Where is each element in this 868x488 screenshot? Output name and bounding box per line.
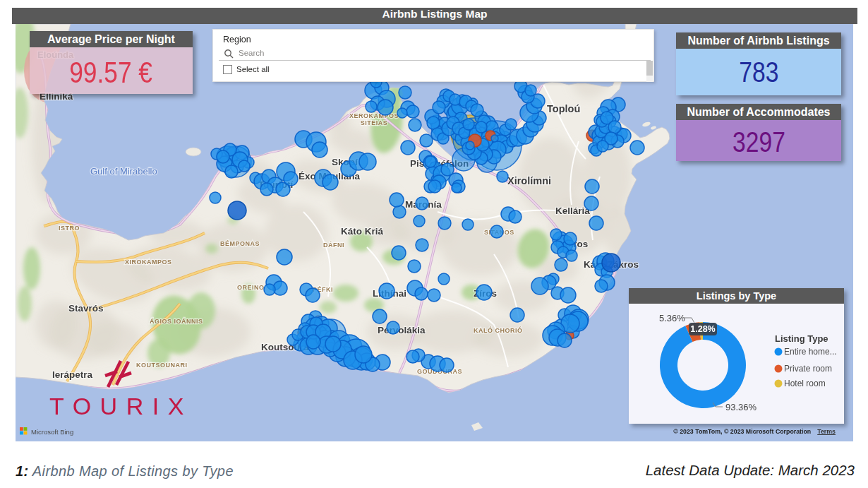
svg-text:XIROKAMPOS: XIROKAMPOS — [125, 258, 172, 266]
svg-text:Gulf of Mirabello: Gulf of Mirabello — [90, 166, 157, 177]
svg-text:Microsoft Bing: Microsoft Bing — [31, 428, 73, 436]
svg-text:Listing Type: Listing Type — [775, 333, 828, 344]
svg-text:Private room: Private room — [784, 364, 832, 374]
svg-text:93.36%: 93.36% — [725, 402, 757, 412]
svg-text:Káto Kriá: Káto Kriá — [341, 226, 384, 237]
svg-text:ISTRO: ISTRO — [59, 225, 80, 232]
svg-text:Hotel room: Hotel room — [784, 379, 826, 388]
svg-text:Toploú: Toploú — [547, 103, 580, 114]
svg-text:DÁFNI: DÁFNI — [323, 242, 344, 249]
svg-text:OREINO: OREINO — [237, 284, 265, 291]
svg-text:ÁGIOS IOÁNNIS: ÁGIOS IOÁNNIS — [150, 318, 203, 325]
svg-text:5.36%: 5.36% — [659, 313, 685, 323]
svg-text:TOURIX: TOURIX — [49, 393, 193, 419]
svg-text:1.28%: 1.28% — [690, 324, 715, 334]
svg-text:Pervolákia: Pervolákia — [378, 325, 426, 335]
svg-text:KALÓ CHORIÓ: KALÓ CHORIÓ — [474, 326, 523, 334]
svg-text:BÉMPONAS: BÉMPONAS — [220, 240, 260, 247]
svg-text:Stavrós: Stavrós — [68, 303, 104, 314]
svg-text:SITEIAS: SITEIAS — [361, 119, 388, 126]
svg-text:Xirolímni: Xirolímni — [507, 175, 551, 186]
svg-text:Entire home...: Entire home... — [784, 347, 837, 357]
svg-text:Ierápetra: Ierápetra — [52, 369, 93, 380]
svg-text:KOUTSOUNARI: KOUTSOUNARI — [136, 362, 188, 369]
svg-text:XEROKAMPOS: XEROKAMPOS — [349, 112, 399, 119]
